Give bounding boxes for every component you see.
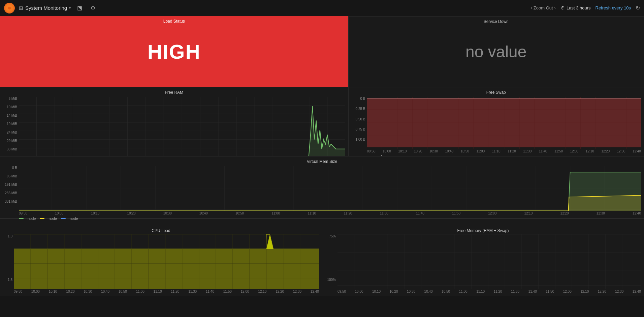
- free-swap-legend: node: [349, 153, 644, 156]
- free-swap-y-axis: 1.00 B 0.75 B 0.50 B 0.25 B 0 B: [350, 97, 367, 141]
- virtual-mem-chart: [19, 166, 641, 211]
- time-range-picker[interactable]: ⏱ Last 3 hours: [560, 5, 591, 10]
- free-ram-title: Free RAM: [0, 87, 348, 96]
- chevron-left-icon[interactable]: ‹: [530, 5, 532, 10]
- load-status-panel: Load Status HIGH: [0, 16, 348, 87]
- grafana-logo[interactable]: [4, 3, 15, 13]
- topnav-right: ‹ Zoom Out › ⏱ Last 3 hours Refresh ever…: [530, 5, 640, 11]
- zoom-out-button[interactable]: Zoom Out: [534, 5, 553, 10]
- free-ram-y-axis: 33 MiB 29 MiB 24 MiB 19 MiB 14 MiB 10 Mi…: [2, 97, 19, 151]
- virtual-mem-legend: node node node: [0, 215, 644, 222]
- svg-marker-75: [19, 172, 641, 211]
- virtual-mem-chart-area: 381 MiB 286 MiB 191 MiB 95 MiB 0 B: [0, 166, 644, 211]
- dashboard-title[interactable]: ⊞ System Monitoring ▾: [19, 5, 71, 11]
- refresh-button[interactable]: ↻: [636, 5, 640, 11]
- free-swap-panel: Free Swap 1.00 B 0.75 B 0.50 B 0.25 B 0 …: [348, 87, 644, 156]
- free-memory-panel: Free Memory (RAM + Swap) 100% 75%: [322, 219, 644, 296]
- free-memory-title: Free Memory (RAM + Swap): [322, 228, 644, 234]
- load-status-title: Load Status: [0, 16, 348, 25]
- share-button[interactable]: ⬔: [75, 3, 84, 13]
- cpu-load-title: CPU Load: [0, 228, 322, 234]
- virtual-mem-x-axis: 09:50 10:00 10:10 10:20 10:30 10:40 10:5…: [0, 211, 644, 215]
- virtual-mem-panel: Virtual Mem Size 381 MiB 286 MiB 191 MiB…: [0, 156, 644, 219]
- bottom-row: CPU Load 1.5 1.0: [0, 219, 644, 296]
- top-row-panels: Load Status HIGH Service Down no value F…: [0, 16, 644, 156]
- free-memory-y-axis: 100% 75%: [324, 234, 337, 282]
- free-swap-x-axis: 09:50 10:00 10:10 10:20 10:30 10:40 10:5…: [349, 149, 644, 153]
- svg-rect-77: [14, 249, 319, 289]
- free-ram-panel: Free RAM 33 MiB 29 MiB 24 MiB 19 MiB 14 …: [0, 87, 348, 156]
- settings-button[interactable]: ⚙: [88, 3, 98, 13]
- clock-icon: ⏱: [560, 5, 565, 10]
- free-swap-chart-area: 1.00 B 0.75 B 0.50 B 0.25 B 0 B: [349, 97, 644, 149]
- virtual-mem-y-axis: 381 MiB 286 MiB 191 MiB 95 MiB 0 B: [2, 166, 19, 203]
- legend-node3-color: [61, 218, 66, 219]
- title-caret: ▾: [69, 6, 71, 10]
- cpu-y-axis: 1.5 1.0: [2, 234, 14, 282]
- cpu-load-panel: CPU Load 1.5 1.0: [0, 219, 322, 296]
- svg-marker-76: [19, 195, 641, 211]
- svg-point-1: [8, 7, 11, 9]
- time-range-label: Last 3 hours: [567, 5, 591, 10]
- chevron-right-icon[interactable]: ›: [554, 5, 556, 10]
- gear-icon: ⚙: [91, 5, 95, 11]
- cpu-load-chart: [14, 234, 319, 289]
- grid-icon: ⊞: [19, 5, 23, 11]
- free-swap-title: Free Swap: [349, 87, 644, 96]
- topnav: ⊞ System Monitoring ▾ ⬔ ⚙ ‹ Zoom Out › ⏱…: [0, 0, 644, 16]
- virtual-mem-title: Virtual Mem Size: [0, 156, 644, 165]
- free-swap-chart: [367, 97, 641, 149]
- free-ram-chart: [19, 97, 345, 156]
- refresh-interval[interactable]: Refresh every 10s: [595, 5, 631, 10]
- share-icon: ⬔: [77, 5, 82, 11]
- legend-node1-color: [19, 218, 24, 219]
- service-down-value: no value: [465, 42, 526, 61]
- svg-marker-99: [266, 234, 273, 249]
- title-text: System Monitoring: [25, 5, 67, 11]
- free-ram-chart-area: 33 MiB 29 MiB 24 MiB 19 MiB 14 MiB 10 Mi…: [0, 97, 348, 156]
- free-memory-chart: [337, 234, 641, 289]
- service-down-title: Service Down: [349, 17, 644, 25]
- free-memory-x-axis: 09:50 10:00 10:10 10:20 10:30 10:40 10:5…: [322, 289, 644, 296]
- cpu-load-chart-area: 1.5 1.0: [0, 234, 322, 289]
- cpu-x-axis: 09:50 10:00 10:10 10:20 10:30 10:40 10:5…: [0, 289, 322, 296]
- load-status-value: HIGH: [148, 40, 201, 63]
- zoom-controls: ‹ Zoom Out ›: [530, 5, 555, 10]
- free-memory-chart-area: 100% 75%: [322, 234, 644, 289]
- legend-node2-color: [40, 218, 44, 219]
- service-down-panel: Service Down no value: [348, 16, 644, 87]
